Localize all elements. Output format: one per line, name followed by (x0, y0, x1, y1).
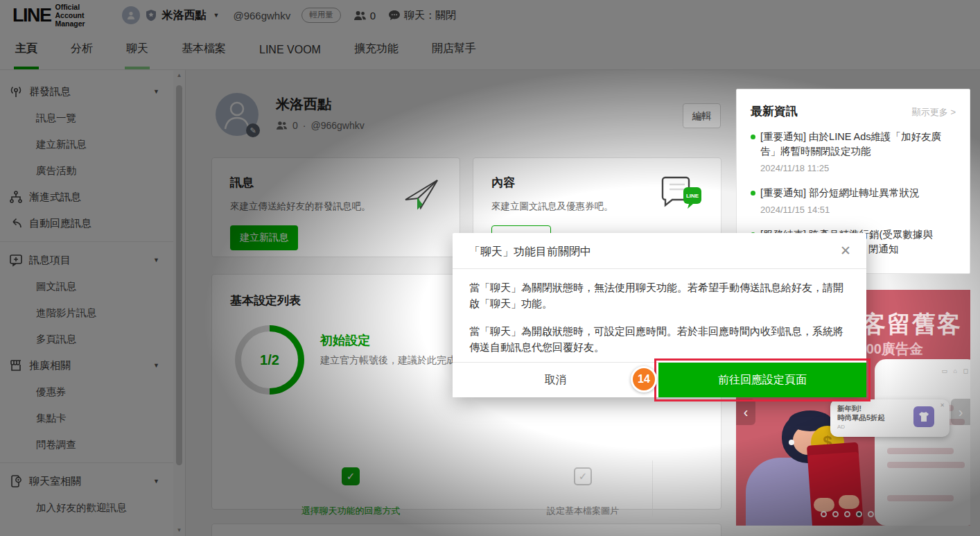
cancel-button[interactable]: 取消 (453, 363, 658, 397)
news-item-date: 2024/11/18 11:25 (760, 161, 956, 175)
modal-paragraph-2: 當「聊天」為開啟狀態時，可設定回應時間。若於非回應時間內收到訊息，系統將傳送自動… (469, 323, 850, 355)
bullet-icon (751, 135, 755, 139)
news-show-more-link[interactable]: 顯示更多 > (912, 106, 956, 119)
news-title: 最新資訊 (751, 103, 798, 119)
news-item-text: [重要通知] 由於LINE Ads維護「加好友廣告」將暫時關閉設定功能 (760, 130, 956, 159)
news-item-text: [重要通知] 部分短網址轉址異常狀況 (760, 186, 956, 200)
go-to-response-settings-button[interactable]: 前往回應設定頁面 (658, 363, 866, 397)
modal-paragraph-1: 當「聊天」為關閉狀態時，無法使用聊天功能。若希望手動傳送訊息給好友，請開啟「聊天… (469, 279, 850, 311)
close-icon[interactable]: ✕ (836, 241, 855, 260)
line-oa-manager-app: LINE Official AccountManager 米洛西點 ▼ @966… (0, 0, 980, 536)
chat-disabled-modal: 「聊天」功能目前關閉中 ✕ 當「聊天」為關閉狀態時，無法使用聊天功能。若希望手動… (453, 233, 866, 397)
modal-body: 當「聊天」為關閉狀態時，無法使用聊天功能。若希望手動傳送訊息給好友，請開啟「聊天… (453, 269, 866, 355)
news-item[interactable]: [重要通知] 部分短網址轉址異常狀況 2024/11/15 14:51 (751, 186, 956, 217)
news-item-date: 2024/11/15 14:51 (760, 202, 956, 217)
bullet-icon (751, 191, 755, 196)
modal-title: 「聊天」功能目前關閉中 (469, 245, 591, 257)
news-item[interactable]: [重要通知] 由於LINE Ads維護「加好友廣告」將暫時關閉設定功能 2024… (751, 130, 956, 175)
tutorial-step-badge: 14 (631, 366, 657, 392)
